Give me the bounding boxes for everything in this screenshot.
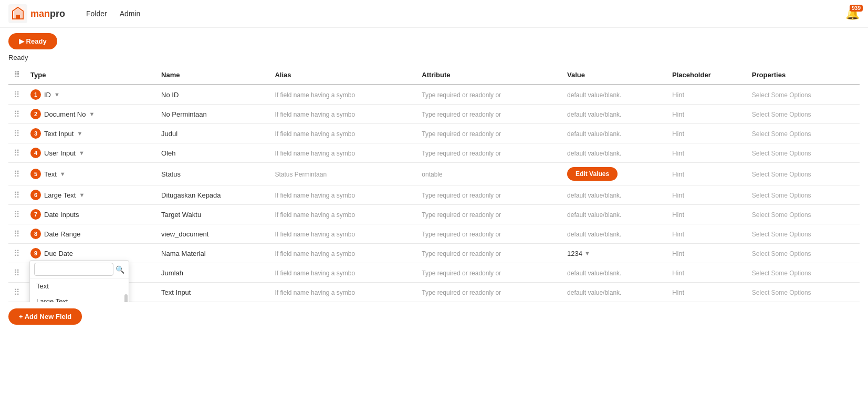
type-dropdown-arrow[interactable]: ▼ <box>77 130 82 137</box>
logo: manpro <box>8 4 65 23</box>
status-text: Ready <box>0 51 868 66</box>
properties-cell: Select Some Options <box>747 163 860 185</box>
name-cell: Status <box>156 163 269 185</box>
properties-select[interactable]: Select Some Options <box>752 192 811 199</box>
value-dropdown-arrow[interactable]: ▼ <box>584 250 590 256</box>
properties-cell: Select Some Options <box>747 143 860 163</box>
dropdown-search-input[interactable] <box>34 263 113 276</box>
type-cell: 4 User Input ▼ <box>25 143 156 163</box>
dropdown-item[interactable]: Large Text <box>30 294 129 302</box>
type-label: Document No <box>44 110 86 118</box>
placeholder-cell: Hint <box>667 105 747 124</box>
properties-select[interactable]: Select Some Options <box>752 111 811 118</box>
properties-select[interactable]: Select Some Options <box>752 91 811 99</box>
type-dropdown-arrow[interactable]: ▼ <box>89 111 95 117</box>
drag-handle-icon[interactable]: ⠿ <box>14 129 20 138</box>
properties-select[interactable]: Select Some Options <box>752 289 811 296</box>
type-dropdown-arrow[interactable]: ▼ <box>79 150 85 156</box>
attribute-value: Type required or readonly or <box>422 250 501 257</box>
nav-folder[interactable]: Folder <box>86 9 107 18</box>
row-number: 1 <box>30 89 41 100</box>
field-name: Jumlah <box>161 269 183 277</box>
field-name: Status <box>161 170 181 178</box>
properties-select[interactable]: Select Some Options <box>752 150 811 157</box>
properties-select[interactable]: Select Some Options <box>752 250 811 257</box>
ready-button[interactable]: ▶ Ready <box>8 33 57 49</box>
placeholder-value: Hint <box>672 91 684 99</box>
table-row: ⠿ 11 Large Text Area ▼ Text InputIf fiel… <box>8 283 860 302</box>
row-number: 2 <box>30 109 41 119</box>
row-number: 5 <box>30 169 41 179</box>
value-text: 1234 <box>567 250 582 257</box>
drag-handle-icon[interactable]: ⠿ <box>14 249 20 258</box>
attribute-cell: ontable <box>416 163 562 185</box>
table-row: ⠿ 4 User Input ▼ OlehIf field name havin… <box>8 143 860 163</box>
alias-value: If field name having a symbo <box>275 91 355 99</box>
placeholder-value: Hint <box>672 110 684 118</box>
row-number: 7 <box>30 209 41 220</box>
placeholder-cell: Hint <box>667 85 747 105</box>
properties-select[interactable]: Select Some Options <box>752 171 811 178</box>
type-dropdown-arrow[interactable]: ▼ <box>79 192 85 198</box>
placeholder-value: Hint <box>672 269 684 277</box>
drag-handle-icon[interactable]: ⠿ <box>14 210 20 219</box>
add-new-field-button[interactable]: + Add New Field <box>8 308 82 325</box>
bottom-bar: + Add New Field <box>0 302 868 331</box>
attribute-value: Type required or readonly or <box>422 130 501 138</box>
dropdown-scrollbar[interactable] <box>124 294 128 302</box>
placeholder-value: Hint <box>672 288 684 296</box>
row-number: 4 <box>30 148 41 158</box>
drag-handle-icon[interactable]: ⠿ <box>14 149 20 158</box>
alias-cell: If field name having a symbo <box>269 263 416 283</box>
nav-admin[interactable]: Admin <box>120 9 141 18</box>
drag-handle-icon[interactable]: ⠿ <box>14 191 20 200</box>
attribute-cell: Type required or readonly or <box>416 244 562 263</box>
value-cell: default value/blank. <box>562 85 667 105</box>
properties-select[interactable]: Select Some Options <box>752 211 811 219</box>
drag-handle-icon[interactable]: ⠿ <box>14 230 20 239</box>
col-attribute: Attribute <box>416 66 562 85</box>
alias-cell: If field name having a symbo <box>269 224 416 244</box>
alias-value: If field name having a symbo <box>275 270 355 277</box>
type-label: User Input <box>44 149 76 157</box>
svg-rect-1 <box>16 15 20 19</box>
properties-select[interactable]: Select Some Options <box>752 130 811 138</box>
table-row: ⠿ 5 Text ▼ StatusStatus Permintaanontabl… <box>8 163 860 185</box>
drag-cell: ⠿ <box>8 185 25 205</box>
dropdown-item[interactable]: Text <box>30 278 129 294</box>
properties-select[interactable]: Select Some Options <box>752 231 811 238</box>
table-row: ⠿ 2 Document No ▼ No PermintaanIf field … <box>8 105 860 124</box>
bell-button[interactable]: 🔔 939 <box>845 7 860 20</box>
drag-handle-icon[interactable]: ⠿ <box>14 90 20 99</box>
table-row: ⠿ 3 Text Input ▼ JudulIf field name havi… <box>8 124 860 143</box>
value-cell: default value/blank. <box>562 263 667 283</box>
drag-handle-icon[interactable]: ⠿ <box>14 268 20 277</box>
value-cell: default value/blank. <box>562 205 667 224</box>
edit-values-button[interactable]: Edit Values <box>567 167 618 181</box>
drag-handle-icon[interactable]: ⠿ <box>14 288 20 297</box>
header: manpro Folder Admin 🔔 939 <box>0 0 868 28</box>
dropdown-search: 🔍 <box>30 261 129 278</box>
type-dropdown-arrow[interactable]: ▼ <box>60 171 66 177</box>
type-dropdown-arrow[interactable]: ▼ <box>54 91 60 98</box>
attribute-cell: Type required or readonly or <box>416 105 562 124</box>
main-table: ⠿ Type Name Alias Attribute Value Placeh… <box>8 66 860 302</box>
value-cell: default value/blank. <box>562 185 667 205</box>
field-name: Judul <box>161 130 177 138</box>
drag-handle-icon[interactable]: ⠿ <box>14 170 20 179</box>
drag-cell: ⠿ <box>8 105 25 124</box>
properties-select[interactable]: Select Some Options <box>752 270 811 277</box>
field-name: Nama Material <box>161 250 206 257</box>
table-row: ⠿ 9 Due Date Nama MaterialIf field name … <box>8 244 860 263</box>
value-cell: default value/blank. <box>562 124 667 143</box>
name-cell: No ID <box>156 85 269 105</box>
value-cell: default value/blank. <box>562 105 667 124</box>
alias-value: If field name having a symbo <box>275 289 355 296</box>
row-number: 8 <box>30 229 41 239</box>
top-bar: ▶ Ready <box>0 28 868 51</box>
field-name: Ditugaskan Kepada <box>161 191 221 199</box>
drag-handle-icon[interactable]: ⠿ <box>14 110 20 119</box>
value-text: default value/blank. <box>567 192 621 199</box>
type-label: Date Range <box>44 230 80 238</box>
attribute-cell: Type required or readonly or <box>416 224 562 244</box>
